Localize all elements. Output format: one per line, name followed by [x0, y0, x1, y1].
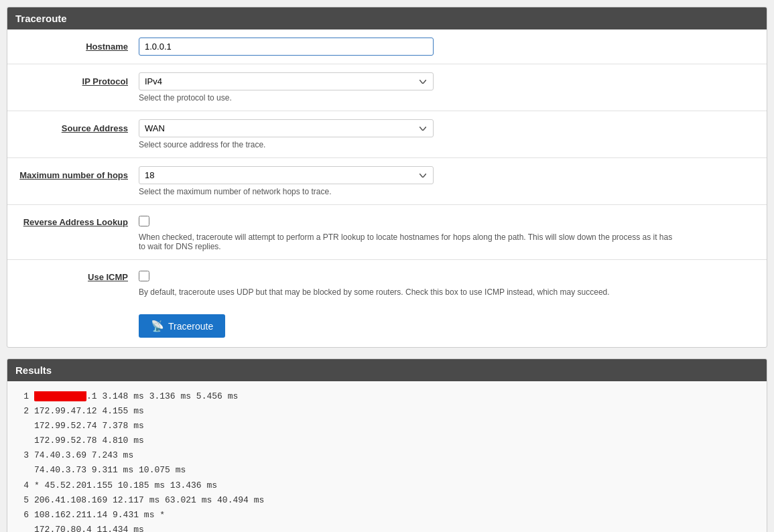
panel-title-text: Traceroute: [15, 13, 67, 24]
reverse-lookup-label: Reverse Address Lookup: [18, 213, 139, 227]
reverse-lookup-row: Reverse Address Lookup When checked, tra…: [7, 205, 767, 260]
traceroute-panel-title: Traceroute: [7, 7, 767, 29]
redacted-ip: ██████████: [34, 391, 86, 401]
max-hops-link[interactable]: Maximum number of hops: [19, 170, 128, 180]
hop-data: 172.99.52.78 4.810 ms: [34, 434, 144, 448]
hop-number: 6: [18, 508, 29, 523]
results-panel: Results 1██████████.1 3.148 ms 3.136 ms …: [7, 358, 767, 532]
hop-data: 172.70.80.4 11.434 ms: [34, 523, 144, 532]
traceroute-form: Hostname IP Protocol IPv4 IPv6 Select th…: [7, 29, 767, 305]
reverse-lookup-checkbox[interactable]: [139, 216, 149, 226]
max-hops-help: Select the maximum number of network hop…: [139, 187, 756, 196]
result-line: 2172.99.47.12 4.155 ms: [18, 404, 756, 419]
hostname-link[interactable]: Hostname: [86, 42, 128, 52]
results-body: 1██████████.1 3.148 ms 3.136 ms 5.456 ms…: [7, 381, 767, 532]
source-address-help: Select source address for the trace.: [139, 140, 756, 149]
hop-data: * 45.52.201.155 10.185 ms 13.436 ms: [34, 478, 217, 493]
result-line: 74.40.3.73 9.311 ms 10.075 ms: [18, 463, 756, 478]
hop-data: 74.40.3.69 7.243 ms: [34, 448, 133, 463]
use-icmp-checkbox[interactable]: [139, 271, 149, 281]
result-line: 6108.162.211.14 9.431 ms *: [18, 508, 756, 523]
use-icmp-link[interactable]: Use ICMP: [88, 272, 128, 282]
result-line: 172.70.80.4 11.434 ms: [18, 523, 756, 532]
traceroute-panel: Traceroute Hostname IP Protocol IPv4 IPv…: [7, 7, 767, 348]
hop-data: ██████████.1 3.148 ms 3.136 ms 5.456 ms: [34, 389, 238, 404]
results-panel-title: Results: [7, 359, 767, 381]
hop-number: [18, 434, 29, 448]
use-icmp-control-wrap: By default, traceroute uses UDP but that…: [139, 268, 756, 297]
hostname-control-wrap: [139, 38, 756, 56]
hop-number: 2: [18, 404, 29, 419]
max-hops-control-wrap: 5 10 15 18 20 25 30 Select the maximum n…: [139, 166, 756, 196]
use-icmp-help: By default, traceroute uses UDP but that…: [139, 287, 675, 297]
reverse-lookup-control-wrap: When checked, traceroute will attempt to…: [139, 213, 756, 251]
max-hops-row: Maximum number of hops 5 10 15 18 20 25 …: [7, 158, 767, 205]
result-line: 172.99.52.78 4.810 ms: [18, 434, 756, 448]
source-address-label: Source Address: [18, 119, 139, 133]
traceroute-button[interactable]: 📡 Traceroute: [139, 314, 225, 338]
hostname-row: Hostname: [7, 29, 767, 64]
hop-data: 172.99.52.74 7.378 ms: [34, 419, 144, 434]
source-address-select[interactable]: WAN LAN Any: [139, 119, 434, 137]
hop-data: 172.99.47.12 4.155 ms: [34, 404, 144, 419]
use-icmp-label: Use ICMP: [18, 268, 139, 282]
result-line: 374.40.3.69 7.243 ms: [18, 448, 756, 463]
hop-number: [18, 463, 29, 478]
ip-protocol-row: IP Protocol IPv4 IPv6 Select the protoco…: [7, 64, 767, 111]
ip-protocol-help: Select the protocol to use.: [139, 93, 756, 103]
hop-number: 5: [18, 493, 29, 508]
hop-number: [18, 419, 29, 434]
hop-data: 108.162.211.14 9.431 ms *: [34, 508, 165, 523]
hop-number: [18, 523, 29, 532]
result-line: 5206.41.108.169 12.117 ms 63.021 ms 40.4…: [18, 493, 756, 508]
ip-protocol-control-wrap: IPv4 IPv6 Select the protocol to use.: [139, 72, 756, 103]
hop-number: 4: [18, 478, 29, 493]
hop-data: 206.41.108.169 12.117 ms 63.021 ms 40.49…: [34, 493, 264, 508]
traceroute-button-label: Traceroute: [168, 321, 213, 332]
reverse-lookup-link[interactable]: Reverse Address Lookup: [23, 217, 128, 227]
reverse-lookup-help: When checked, traceroute will attempt to…: [139, 232, 675, 251]
result-line: 4* 45.52.201.155 10.185 ms 13.436 ms: [18, 478, 756, 493]
source-address-link[interactable]: Source Address: [62, 123, 128, 133]
result-line: 172.99.52.74 7.378 ms: [18, 419, 756, 434]
hostname-input[interactable]: [139, 38, 434, 56]
source-address-row: Source Address WAN LAN Any Select source…: [7, 111, 767, 158]
hop-number: 1: [18, 389, 29, 404]
wifi-icon: 📡: [151, 320, 164, 332]
ip-protocol-label: IP Protocol: [18, 72, 139, 86]
source-address-control-wrap: WAN LAN Any Select source address for th…: [139, 119, 756, 149]
max-hops-label: Maximum number of hops: [18, 166, 139, 180]
results-title-text: Results: [15, 364, 52, 376]
result-line: 1██████████.1 3.148 ms 3.136 ms 5.456 ms: [18, 389, 756, 404]
max-hops-select[interactable]: 5 10 15 18 20 25 30: [139, 166, 434, 184]
ip-protocol-select[interactable]: IPv4 IPv6: [139, 72, 434, 90]
hop-data: 74.40.3.73 9.311 ms 10.075 ms: [34, 463, 186, 478]
use-icmp-row: Use ICMP By default, traceroute uses UDP…: [7, 260, 767, 305]
hop-number: 3: [18, 448, 29, 463]
button-row: 📡 Traceroute: [7, 305, 767, 347]
hostname-label: Hostname: [18, 38, 139, 52]
ip-protocol-link[interactable]: IP Protocol: [82, 76, 128, 86]
